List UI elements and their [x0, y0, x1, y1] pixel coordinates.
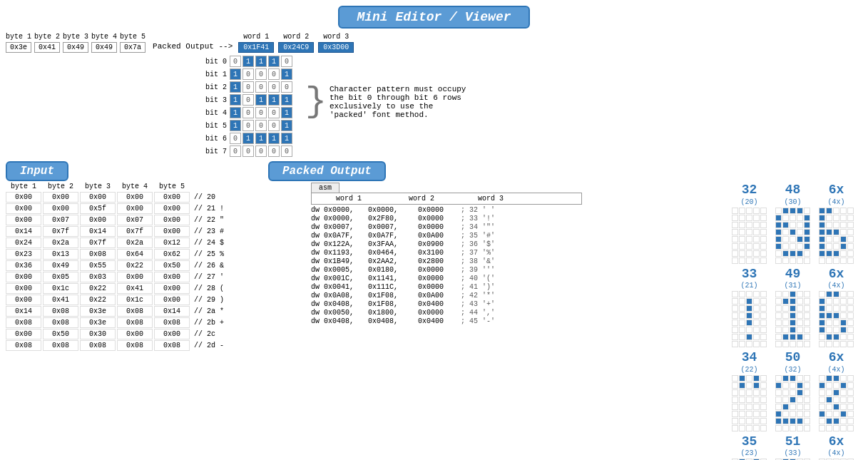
bit-cell-r5c2[interactable]: 0 [255, 120, 267, 131]
input-cell-r9c0[interactable]: 0x00 [6, 295, 41, 305]
input-cell-r0c1[interactable]: 0x00 [43, 192, 78, 203]
bit-cell-r1c4[interactable]: 1 [281, 68, 292, 80]
bit-cell-r2c0[interactable]: 1 [230, 81, 241, 93]
input-cell-r3c2[interactable]: 0x14 [80, 226, 116, 237]
input-cell-r12c4[interactable]: 0x00 [154, 329, 190, 339]
input-cell-r2c4[interactable]: 0x00 [154, 215, 190, 225]
input-cell-r2c2[interactable]: 0x00 [80, 215, 116, 225]
input-cell-r13c1[interactable]: 0x08 [43, 340, 78, 351]
input-cell-r9c3[interactable]: 0x1c [117, 295, 153, 305]
bit-cell-r4c4[interactable]: 1 [281, 107, 292, 118]
input-cell-r7c0[interactable]: 0x00 [6, 272, 41, 282]
bit-cell-r4c0[interactable]: 1 [230, 107, 241, 118]
input-cell-r3c3[interactable]: 0x7f [117, 226, 153, 237]
bit-cell-r0c1[interactable]: 1 [242, 56, 254, 67]
input-cell-r13c4[interactable]: 0x08 [154, 340, 190, 351]
bit-cell-r2c1[interactable]: 0 [242, 81, 254, 93]
input-cell-r1c3[interactable]: 0x00 [117, 203, 153, 214]
input-cell-r0c0[interactable]: 0x00 [6, 192, 41, 203]
bit-cell-r0c0[interactable]: 0 [230, 56, 241, 67]
bit-cell-r0c3[interactable]: 1 [268, 56, 280, 67]
input-cell-r7c3[interactable]: 0x00 [117, 272, 153, 282]
input-cell-r4c4[interactable]: 0x12 [154, 237, 190, 248]
bit-cell-r2c2[interactable]: 0 [255, 81, 267, 93]
bit-cell-r4c1[interactable]: 0 [242, 107, 254, 118]
bit-cell-r3c0[interactable]: 1 [230, 94, 241, 106]
input-cell-r0c3[interactable]: 0x00 [117, 192, 153, 203]
input-cell-r3c1[interactable]: 0x7f [43, 226, 78, 237]
input-cell-r5c2[interactable]: 0x08 [80, 249, 116, 260]
input-cell-r12c1[interactable]: 0x50 [43, 329, 78, 339]
input-cell-r11c3[interactable]: 0x08 [117, 317, 153, 328]
input-cell-r11c1[interactable]: 0x08 [43, 317, 78, 328]
input-cell-r10c1[interactable]: 0x08 [43, 306, 78, 317]
bit-cell-r3c3[interactable]: 1 [268, 94, 280, 106]
bit-cell-r7c0[interactable]: 0 [230, 145, 241, 157]
input-cell-r10c4[interactable]: 0x14 [154, 306, 190, 317]
input-cell-r13c3[interactable]: 0x08 [117, 340, 153, 351]
input-cell-r1c4[interactable]: 0x00 [154, 203, 190, 214]
bit-cell-r1c1[interactable]: 0 [242, 68, 254, 80]
bit-cell-r7c4[interactable]: 0 [281, 145, 292, 157]
bit-cell-r3c2[interactable]: 1 [255, 94, 267, 106]
bit-cell-r3c1[interactable]: 0 [242, 94, 254, 106]
byte2-value[interactable]: 0x41 [34, 42, 60, 53]
input-cell-r2c0[interactable]: 0x00 [6, 215, 41, 225]
input-cell-r6c0[interactable]: 0x36 [6, 260, 41, 271]
input-cell-r6c1[interactable]: 0x49 [43, 260, 78, 271]
input-cell-r1c1[interactable]: 0x00 [43, 203, 78, 214]
byte3-value[interactable]: 0x49 [63, 42, 88, 53]
input-cell-r12c3[interactable]: 0x00 [117, 329, 153, 339]
input-cell-r12c0[interactable]: 0x00 [6, 329, 41, 339]
bit-cell-r5c3[interactable]: 0 [268, 120, 280, 131]
bit-cell-r6c1[interactable]: 1 [242, 133, 254, 144]
bit-cell-r5c4[interactable]: 1 [281, 120, 292, 131]
byte1-value[interactable]: 0x3e [6, 42, 31, 53]
input-cell-r8c0[interactable]: 0x00 [6, 283, 41, 294]
bit-cell-r1c3[interactable]: 0 [268, 68, 280, 80]
bit-cell-r5c1[interactable]: 0 [242, 120, 254, 131]
input-cell-r5c3[interactable]: 0x64 [117, 249, 153, 260]
input-cell-r1c0[interactable]: 0x00 [6, 203, 41, 214]
input-cell-r11c2[interactable]: 0x3e [80, 317, 116, 328]
bit-cell-r4c2[interactable]: 0 [255, 107, 267, 118]
input-cell-r5c4[interactable]: 0x62 [154, 249, 190, 260]
input-cell-r7c2[interactable]: 0x03 [80, 272, 116, 282]
input-cell-r8c1[interactable]: 0x1c [43, 283, 78, 294]
bit-cell-r1c2[interactable]: 0 [255, 68, 267, 80]
input-cell-r3c0[interactable]: 0x14 [6, 226, 41, 237]
input-cell-r8c3[interactable]: 0x41 [117, 283, 153, 294]
input-cell-r2c1[interactable]: 0x07 [43, 215, 78, 225]
input-cell-r11c4[interactable]: 0x08 [154, 317, 190, 328]
input-cell-r2c3[interactable]: 0x07 [117, 215, 153, 225]
input-cell-r13c0[interactable]: 0x08 [6, 340, 41, 351]
bit-cell-r1c0[interactable]: 1 [230, 68, 241, 80]
input-cell-r10c2[interactable]: 0x3e [80, 306, 116, 317]
bit-cell-r6c3[interactable]: 1 [268, 133, 280, 144]
input-cell-r7c1[interactable]: 0x05 [43, 272, 78, 282]
input-cell-r0c2[interactable]: 0x00 [80, 192, 116, 203]
input-cell-r9c1[interactable]: 0x41 [43, 295, 78, 305]
bit-cell-r7c1[interactable]: 0 [242, 145, 254, 157]
input-cell-r9c2[interactable]: 0x22 [80, 295, 116, 305]
input-cell-r6c4[interactable]: 0x50 [154, 260, 190, 271]
input-cell-r8c2[interactable]: 0x22 [80, 283, 116, 294]
bit-cell-r5c0[interactable]: 1 [230, 120, 241, 131]
input-cell-r7c4[interactable]: 0x00 [154, 272, 190, 282]
input-cell-r6c2[interactable]: 0x55 [80, 260, 116, 271]
input-cell-r12c2[interactable]: 0x30 [80, 329, 116, 339]
bit-cell-r3c4[interactable]: 1 [281, 94, 292, 106]
byte4-value[interactable]: 0x49 [91, 42, 117, 53]
input-cell-r11c0[interactable]: 0x08 [6, 317, 41, 328]
bit-cell-r0c4[interactable]: 0 [281, 56, 292, 67]
input-cell-r4c2[interactable]: 0x7f [80, 237, 116, 248]
input-cell-r9c4[interactable]: 0x00 [154, 295, 190, 305]
input-cell-r0c4[interactable]: 0x00 [154, 192, 190, 203]
bit-cell-r6c2[interactable]: 1 [255, 133, 267, 144]
bit-cell-r6c4[interactable]: 1 [281, 133, 292, 144]
input-cell-r3c4[interactable]: 0x00 [154, 226, 190, 237]
input-cell-r10c3[interactable]: 0x08 [117, 306, 153, 317]
bit-cell-r2c3[interactable]: 0 [268, 81, 280, 93]
input-cell-r4c1[interactable]: 0x2a [43, 237, 78, 248]
input-cell-r6c3[interactable]: 0x22 [117, 260, 153, 271]
